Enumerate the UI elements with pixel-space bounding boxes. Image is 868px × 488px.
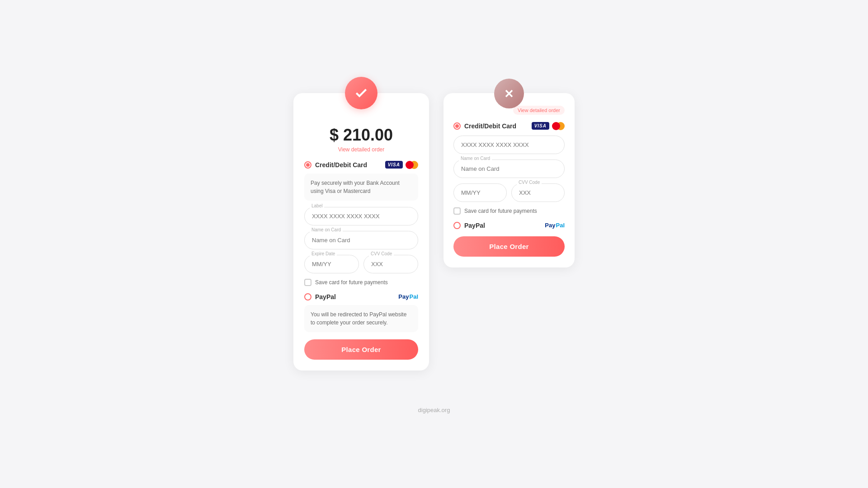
expire-label-left: Expire Date	[310, 251, 337, 256]
paypal-section-header-left: PayPal PayPal	[304, 293, 418, 300]
card-number-group-left: Label	[304, 207, 418, 225]
card-logos-left: VISA	[385, 161, 418, 169]
place-order-btn-right[interactable]: Place Order	[453, 236, 565, 257]
right-payment-card: View detailed order Credit/Debit Card VI…	[443, 93, 575, 267]
left-payment-card: $ 210.00 View detailed order Credit/Debi…	[293, 93, 429, 371]
expire-cvv-row-left: Expire Date CVV Code	[304, 255, 418, 273]
view-order-link-right[interactable]: View detailed order	[513, 106, 565, 115]
cvv-input-left[interactable]	[363, 255, 418, 273]
expire-input-right[interactable]	[453, 183, 507, 202]
credit-card-section-header-left: Credit/Debit Card VISA	[304, 161, 418, 169]
mastercard-circle1-right	[552, 122, 560, 130]
card-logos-right: VISA	[532, 122, 565, 130]
footer: digipeak.org	[418, 407, 450, 413]
cvv-label-left: CVV Code	[369, 251, 394, 256]
mastercard-circle1-left	[406, 161, 414, 169]
expire-cvv-row-right: CVV Code	[453, 183, 565, 202]
cvv-group-right: CVV Code	[511, 183, 565, 202]
card-number-label-left: Label	[310, 203, 324, 208]
paypal-section-left: PayPal PayPal You will be redirected to …	[304, 293, 418, 332]
credit-card-title-left: Credit/Debit Card	[315, 161, 367, 169]
cvv-group-left: CVV Code	[363, 255, 418, 273]
paypal-radio-left[interactable]	[304, 293, 311, 300]
close-icon	[503, 87, 515, 100]
name-on-card-group-right: Name on Card	[453, 160, 565, 178]
amount-block: $ 210.00	[304, 126, 418, 145]
place-order-btn-left[interactable]: Place Order	[304, 339, 418, 360]
save-card-checkbox-left[interactable]	[304, 279, 311, 286]
success-icon	[345, 77, 377, 109]
credit-card-header-left-inner: Credit/Debit Card	[304, 161, 367, 169]
view-order-link-left[interactable]: View detailed order	[304, 146, 418, 153]
credit-card-title-right: Credit/Debit Card	[464, 122, 516, 130]
paypal-radio-right[interactable]	[453, 222, 461, 229]
paypal-section-header-right: PayPal PayPal	[453, 222, 565, 229]
name-on-card-input-right[interactable]	[453, 160, 565, 178]
paypal-logo-left: PayPal	[398, 293, 418, 300]
expire-group-right	[453, 183, 507, 202]
save-card-checkbox-right[interactable]	[453, 207, 461, 215]
card-number-group-right	[453, 136, 565, 154]
name-on-card-label-right: Name on Card	[459, 156, 492, 161]
paypal-description-left: You will be redirected to PayPal website…	[304, 305, 418, 332]
paypal-logo-right: PayPal	[545, 222, 565, 229]
paypal-title-right: PayPal	[464, 222, 485, 229]
credit-card-radio-right[interactable]	[453, 122, 461, 130]
visa-logo-right: VISA	[532, 122, 549, 130]
page-wrapper: $ 210.00 View detailed order Credit/Debi…	[0, 75, 868, 389]
paypal-header-left-inner: PayPal	[304, 293, 336, 300]
credit-card-section-header-right: Credit/Debit Card VISA	[453, 122, 565, 130]
credit-card-radio-left[interactable]	[304, 161, 311, 169]
card-number-input-left[interactable]	[304, 207, 418, 225]
card-description-left: Pay securely with your Bank Account usin…	[304, 174, 418, 201]
name-on-card-group-left: Name on Card	[304, 231, 418, 249]
close-icon-wrap	[494, 79, 524, 108]
checkmark-icon	[354, 86, 368, 100]
visa-logo-left: VISA	[385, 161, 403, 169]
name-on-card-label-left: Name on Card	[310, 227, 343, 232]
cvv-label-right: CVV Code	[517, 180, 542, 185]
paypal-title-left: PayPal	[315, 293, 336, 300]
cvv-input-right[interactable]	[511, 183, 565, 202]
expire-group-left: Expire Date	[304, 255, 359, 273]
mastercard-logo-left	[406, 161, 418, 169]
mastercard-logo-right	[552, 122, 565, 130]
paypal-header-right-inner: PayPal	[453, 222, 485, 229]
name-on-card-input-left[interactable]	[304, 231, 418, 249]
card-number-input-right[interactable]	[453, 136, 565, 154]
save-card-row-right: Save card for future payments	[453, 207, 565, 215]
credit-card-header-right-inner: Credit/Debit Card	[453, 122, 516, 130]
save-card-label-right: Save card for future payments	[464, 208, 537, 214]
save-card-label-left: Save card for future payments	[315, 279, 388, 286]
expire-input-left[interactable]	[304, 255, 359, 273]
payment-amount: $ 210.00	[330, 126, 393, 144]
save-card-row-left: Save card for future payments	[304, 279, 418, 286]
